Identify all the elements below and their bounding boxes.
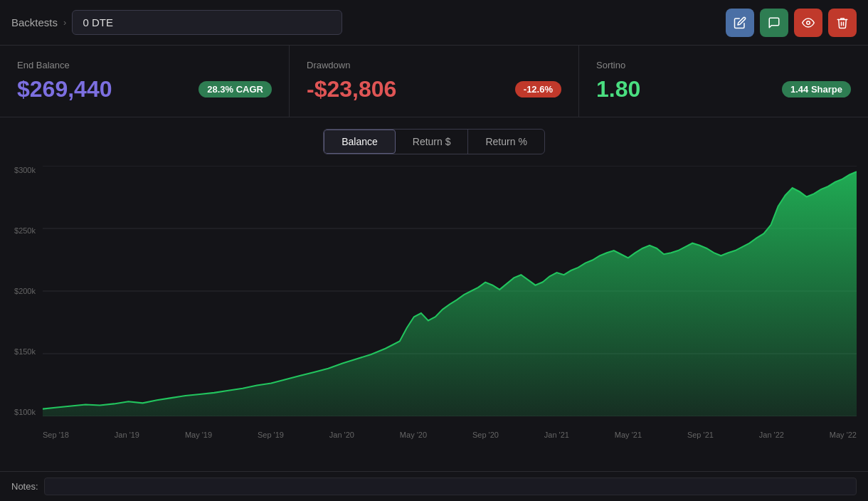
drawdown-label: Drawdown — [307, 60, 561, 70]
sortino-card: Sortino 1.80 1.44 Sharpe — [579, 46, 868, 117]
y-label-300k: $300k — [14, 166, 36, 174]
x-label-sep18: Sep '18 — [43, 431, 69, 439]
tab-balance[interactable]: Balance — [324, 130, 396, 154]
notes-bar: Notes: — [0, 471, 868, 501]
tabs-row: Balance Return $ Return % — [0, 129, 868, 154]
drawdown-value: -$23,806 — [307, 76, 396, 102]
chart-tab-group: Balance Return $ Return % — [323, 129, 545, 154]
x-label-jan22: Jan '22 — [759, 431, 784, 439]
y-label-100k: $100k — [14, 408, 36, 416]
end-balance-value-row: $269,440 28.3% CAGR — [17, 76, 272, 102]
x-label-may21: May '21 — [615, 431, 642, 439]
sortino-value: 1.80 — [596, 76, 640, 102]
header-left: Backtests › — [11, 10, 342, 35]
x-label-may20: May '20 — [400, 431, 427, 439]
notes-label: Notes: — [11, 481, 38, 492]
view-button[interactable] — [794, 9, 822, 37]
end-balance-badge: 28.3% CAGR — [199, 81, 272, 97]
y-label-200k: $200k — [14, 287, 36, 295]
tab-return-dollar[interactable]: Return $ — [396, 130, 469, 154]
x-label-sep20: Sep '20 — [472, 431, 499, 439]
metrics-row: End Balance $269,440 28.3% CAGR Drawdown… — [0, 46, 868, 117]
x-label-may19: May '19 — [185, 431, 212, 439]
x-label-sep19: Sep '19 — [258, 431, 284, 439]
sortino-label: Sortino — [596, 60, 851, 70]
x-label-jan20: Jan '20 — [329, 431, 354, 439]
end-balance-card: End Balance $269,440 28.3% CAGR — [0, 46, 290, 117]
drawdown-value-row: -$23,806 -12.6% — [307, 76, 561, 102]
chart-svg — [43, 166, 857, 416]
chevron-right-icon: › — [63, 17, 66, 28]
sortino-badge: 1.44 Sharpe — [782, 81, 851, 97]
chart-y-labels: $300k $250k $200k $150k $100k — [0, 166, 41, 416]
drawdown-card: Drawdown -$23,806 -12.6% — [290, 46, 579, 117]
x-label-sep21: Sep '21 — [687, 431, 714, 439]
x-label-may22: May '22 — [830, 431, 857, 439]
y-label-250k: $250k — [14, 226, 36, 235]
notes-input[interactable] — [44, 478, 857, 495]
end-balance-label: End Balance — [17, 60, 272, 70]
copy-button[interactable] — [760, 9, 788, 37]
y-label-150k: $150k — [14, 347, 36, 356]
x-label-jan21: Jan '21 — [544, 431, 569, 439]
drawdown-badge: -12.6% — [515, 81, 561, 97]
delete-button[interactable] — [828, 9, 857, 37]
sortino-value-row: 1.80 1.44 Sharpe — [596, 76, 851, 102]
edit-button[interactable] — [726, 9, 754, 37]
chart-section: Balance Return $ Return % $300k $250k $2… — [0, 117, 868, 445]
chart-canvas-wrapper — [43, 166, 857, 416]
header: Backtests › — [0, 0, 868, 46]
strategy-name-input[interactable] — [72, 10, 342, 35]
chart-x-labels: Sep '18 Jan '19 May '19 Sep '19 Jan '20 … — [43, 431, 857, 439]
end-balance-value: $269,440 — [17, 76, 112, 102]
breadcrumb: Backtests — [11, 16, 58, 28]
chart-area: $300k $250k $200k $150k $100k — [0, 160, 868, 445]
svg-point-0 — [807, 21, 810, 24]
x-label-jan19: Jan '19 — [115, 431, 139, 439]
tab-return-percent[interactable]: Return % — [468, 130, 544, 154]
header-actions — [726, 9, 857, 37]
